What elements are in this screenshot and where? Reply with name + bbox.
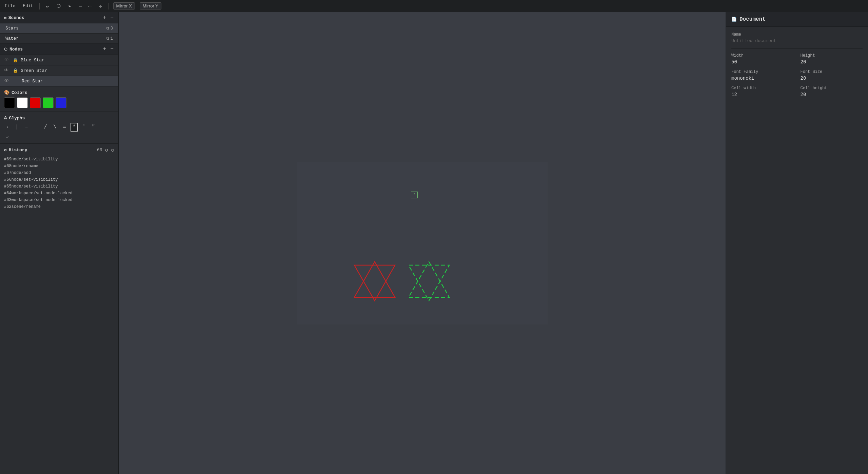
- color-swatch-white[interactable]: [17, 97, 28, 108]
- scenes-section-header: ▦ Scenes + −: [0, 12, 118, 23]
- main-layout: ▦ Scenes + − Stars ⧉ 3 Water ⧉ 1: [0, 12, 868, 474]
- font-family-group: Font Family mononoki: [731, 70, 794, 81]
- scenes-list: Stars ⧉ 3 Water ⧉ 1: [0, 23, 118, 44]
- cell-height-group: Cell height 20: [801, 86, 863, 97]
- cell-row: Cell width 12 Cell height 20: [731, 86, 863, 97]
- layers-icon: ⧉: [106, 26, 109, 31]
- glyph-pipe[interactable]: |: [14, 123, 20, 131]
- history-item-63[interactable]: #63workspace/set-node-locked: [4, 197, 114, 203]
- brush-tool[interactable]: ⌁: [67, 2, 73, 10]
- history-item-67[interactable]: #67node/add: [4, 170, 114, 176]
- colors-icon: 🎨: [4, 90, 9, 95]
- font-row: Font Family mononoki Font Size 20: [731, 70, 863, 81]
- node-visibility-red-star[interactable]: 👁: [4, 78, 10, 84]
- history-item-65[interactable]: #65node/set-visibility: [4, 183, 114, 190]
- history-count: 69: [97, 147, 102, 153]
- document-title: Document: [739, 16, 766, 22]
- scene-name-water: Water: [5, 36, 19, 41]
- toolbar-separator-1: [39, 3, 40, 9]
- layers-icon-water: ⧉: [106, 36, 109, 41]
- glyphs-row: · | – _ / \ = * ' ": [4, 123, 114, 132]
- scenes-add-button[interactable]: +: [102, 15, 107, 20]
- width-value: 50: [731, 59, 794, 65]
- history-item-68[interactable]: #68node/rename: [4, 163, 114, 170]
- scene-item-stars[interactable]: Stars ⧉ 3: [0, 23, 118, 34]
- history-item-66[interactable]: #66node/set-visibility: [4, 176, 114, 183]
- mirror-y-button[interactable]: Mirror Y: [140, 2, 161, 9]
- node-name-red-star: Red Star: [22, 79, 114, 84]
- history-item-64[interactable]: #64workspace/set-node-locked: [4, 190, 114, 197]
- history-item-69[interactable]: #69node/set-visibility: [4, 156, 114, 163]
- eraser-tool[interactable]: ⬡: [55, 2, 62, 9]
- glyph-dash[interactable]: –: [23, 123, 30, 131]
- history-item-62[interactable]: #62scene/rename: [4, 203, 114, 210]
- nodes-add-button[interactable]: +: [102, 46, 107, 52]
- scene-layers-stars: ⧉ 3: [106, 26, 113, 31]
- pencil-tool[interactable]: ✏: [44, 2, 51, 10]
- colors-title: 🎨 Colors: [4, 90, 114, 95]
- node-item-blue-star[interactable]: 👁 🔒 Blue Star: [0, 55, 118, 65]
- scenes-icon: ▦: [4, 16, 6, 20]
- history-list: #69node/set-visibility #68node/rename #6…: [4, 156, 114, 210]
- glyph-equals[interactable]: =: [61, 123, 68, 131]
- svg-marker-2: [409, 262, 449, 297]
- cell-width-label: Cell width: [731, 86, 794, 91]
- scene-layers-water: ⧉ 1: [106, 36, 113, 41]
- scene-name-stars: Stars: [5, 26, 19, 31]
- height-group: Height 20: [801, 53, 863, 65]
- font-size-group: Font Size 20: [801, 70, 863, 81]
- scene-item-water[interactable]: Water ⧉ 1: [0, 34, 118, 44]
- document-icon: 📄: [731, 17, 737, 22]
- history-icon: ↺: [4, 147, 7, 153]
- color-swatches: [4, 97, 114, 108]
- file-menu[interactable]: File: [3, 3, 17, 9]
- font-family-value: mononoki: [731, 76, 794, 81]
- cell-height-value: 20: [801, 92, 863, 97]
- history-undo-button[interactable]: ↺: [105, 146, 108, 153]
- glyph-dot[interactable]: ·: [4, 123, 11, 131]
- glyph-star[interactable]: *: [71, 123, 78, 132]
- node-item-red-star[interactable]: 👁 Red Star: [0, 76, 118, 86]
- glyph-bk-slash[interactable]: \: [52, 123, 58, 131]
- toolbar: File Edit ✏ ⬡ ⌁ — ▭ ✛ Mirror X Mirror Y: [0, 0, 868, 12]
- node-visibility-blue-star[interactable]: 👁: [4, 57, 10, 63]
- canvas-area[interactable]: *: [119, 12, 726, 474]
- glyph-quote[interactable]: ": [90, 123, 97, 131]
- glyphs-row-2: ↙: [4, 134, 114, 140]
- glyph-apos[interactable]: ': [81, 123, 87, 131]
- line-tool[interactable]: —: [78, 3, 82, 9]
- right-panel: 📄 Document Name Width 50 Height 20: [726, 12, 868, 474]
- width-group: Width 50: [731, 53, 794, 65]
- glyph-underscore[interactable]: _: [33, 123, 39, 131]
- node-lock-blue-star[interactable]: 🔒: [13, 58, 18, 63]
- nodes-section-header: ⬡ Nodes + −: [0, 44, 118, 55]
- name-input[interactable]: [731, 38, 863, 43]
- mirror-x-button[interactable]: Mirror X: [113, 2, 135, 9]
- node-item-green-star[interactable]: 👁 🔒 Green Star: [0, 65, 118, 76]
- history-redo-button[interactable]: ↻: [111, 146, 114, 153]
- glyph-fwd-slash[interactable]: /: [42, 123, 49, 131]
- node-name-green-star: Green Star: [21, 68, 114, 73]
- cell-width-group: Cell width 12: [731, 86, 794, 97]
- color-swatch-green[interactable]: [43, 97, 54, 108]
- glyphs-icon: A: [4, 115, 7, 121]
- scenes-remove-button[interactable]: −: [110, 15, 114, 20]
- svg-marker-1: [354, 265, 395, 301]
- width-height-row: Width 50 Height 20: [731, 53, 863, 65]
- font-size-value: 20: [801, 76, 863, 81]
- svg-marker-0: [354, 262, 395, 297]
- node-lock-green-star[interactable]: 🔒: [13, 68, 18, 73]
- right-panel-header: 📄 Document: [726, 12, 868, 27]
- nodes-remove-button[interactable]: −: [110, 46, 114, 52]
- color-swatch-red[interactable]: [30, 97, 41, 108]
- node-visibility-green-star[interactable]: 👁: [4, 68, 10, 73]
- glyph-sw-arrow[interactable]: ↙: [4, 134, 11, 140]
- color-swatch-blue[interactable]: [56, 97, 66, 108]
- move-tool[interactable]: ✛: [97, 2, 103, 10]
- node-name-blue-star: Blue Star: [21, 58, 114, 63]
- edit-menu[interactable]: Edit: [21, 3, 35, 9]
- color-swatch-black[interactable]: [4, 97, 15, 108]
- cell-height-label: Cell height: [801, 86, 863, 91]
- rect-tool[interactable]: ▭: [87, 3, 93, 9]
- name-row: Name: [731, 32, 863, 43]
